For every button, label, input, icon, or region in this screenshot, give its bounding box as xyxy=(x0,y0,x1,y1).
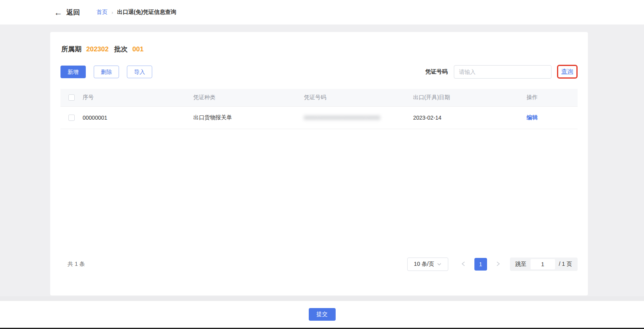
header-voucher-number: 凭证号码 xyxy=(304,94,413,101)
header-action: 操作 xyxy=(527,94,578,101)
back-arrow-icon[interactable]: ← xyxy=(54,8,62,17)
submit-bar: 提交 xyxy=(0,301,644,328)
cell-voucher-type: 出口货物报关单 xyxy=(193,114,304,121)
batch-label: 批次 xyxy=(114,45,128,54)
delete-button[interactable]: 删除 xyxy=(94,66,119,78)
edit-link[interactable]: 编辑 xyxy=(527,114,538,120)
next-page-button[interactable] xyxy=(492,261,504,268)
back-button[interactable]: 返回 xyxy=(66,8,80,17)
batch-value: 001 xyxy=(132,45,144,53)
content-card: 所属期 202302 批次 001 新增 删除 导入 凭证号码 查询 xyxy=(50,32,588,295)
add-button[interactable]: 新增 xyxy=(60,66,86,78)
empty-space xyxy=(60,129,578,258)
select-all-checkbox[interactable] xyxy=(68,94,75,101)
voucher-number-input[interactable] xyxy=(454,65,551,79)
toolbar: 新增 删除 导入 凭证号码 查询 xyxy=(60,65,578,79)
top-bar: ← 返回 首页 › 出口退(免)凭证信息查询 xyxy=(0,0,644,24)
row-checkbox[interactable] xyxy=(68,115,75,121)
cell-export-date: 2023-02-14 xyxy=(413,115,527,121)
period-title: 所属期 202302 批次 001 xyxy=(60,45,578,54)
prev-page-button[interactable] xyxy=(457,261,470,268)
header-export-date: 出口(开具)日期 xyxy=(413,94,527,101)
voucher-table: 序号 凭证种类 凭证号码 出口(开具)日期 操作 00000001 出口货物报关… xyxy=(60,89,578,129)
submit-button[interactable]: 提交 xyxy=(309,308,336,321)
breadcrumb-current: 出口退(免)凭证信息查询 xyxy=(117,9,176,16)
breadcrumb: 首页 › 出口退(免)凭证信息查询 xyxy=(96,9,176,16)
cell-action: 编辑 xyxy=(527,114,578,121)
page-button-1[interactable]: 1 xyxy=(474,258,487,271)
table-row: 00000001 出口货物报关单 0000000000000000000000 … xyxy=(60,107,578,129)
chevron-down-icon xyxy=(437,262,441,266)
pagination: 共 1 条 10 条/页 1 跳至 / xyxy=(60,258,578,271)
query-button[interactable]: 查询 xyxy=(561,68,573,75)
jump-label: 跳至 xyxy=(516,261,527,268)
query-highlight-annotation: 查询 xyxy=(557,65,578,79)
main-area: 所属期 202302 批次 001 新增 删除 导入 凭证号码 查询 xyxy=(0,24,644,296)
page-count-text: / 1 页 xyxy=(559,261,572,268)
row-checkbox-cell xyxy=(60,115,83,121)
breadcrumb-separator-icon: › xyxy=(111,9,113,15)
period-value: 202302 xyxy=(86,45,109,53)
jump-to-page-group: 跳至 / 1 页 xyxy=(510,258,578,271)
header-seq: 序号 xyxy=(83,94,193,101)
breadcrumb-home-link[interactable]: 首页 xyxy=(96,9,108,16)
cell-seq: 00000001 xyxy=(83,115,193,121)
header-voucher-type: 凭证种类 xyxy=(193,94,304,101)
jump-page-input[interactable] xyxy=(531,259,555,269)
voucher-number-blurred: 0000000000000000000000 xyxy=(304,115,380,121)
page-size-select[interactable]: 10 条/页 xyxy=(407,258,448,271)
divider-strip xyxy=(0,296,644,301)
import-button[interactable]: 导入 xyxy=(127,66,152,78)
voucher-number-label: 凭证号码 xyxy=(425,68,448,75)
page-size-value: 10 条/页 xyxy=(414,261,434,268)
cell-voucher-number: 0000000000000000000000 xyxy=(304,115,413,121)
page: ← 返回 首页 › 出口退(免)凭证信息查询 所属期 202302 批次 001… xyxy=(0,0,644,329)
period-label: 所属期 xyxy=(61,45,81,54)
table-header-row: 序号 凭证种类 凭证号码 出口(开具)日期 操作 xyxy=(60,89,578,107)
total-count-text: 共 1 条 xyxy=(68,261,85,268)
header-checkbox-cell xyxy=(60,94,83,101)
